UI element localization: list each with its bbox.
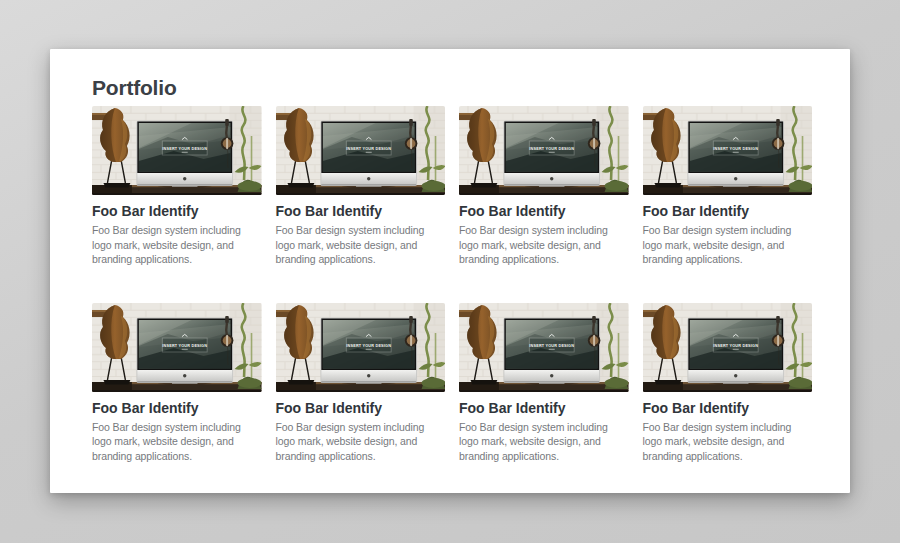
portfolio-thumbnail[interactable]: INSERT YOUR DESIGN bbox=[643, 106, 813, 195]
portfolio-item: INSERT YOUR DESIGN bbox=[276, 303, 446, 464]
portfolio-item: INSERT YOUR DESIGN bbox=[459, 106, 629, 267]
portfolio-item-description: Foo Bar design system including logo mar… bbox=[92, 420, 262, 464]
screen-placeholder-text: INSERT YOUR DESIGN bbox=[162, 147, 207, 151]
portfolio-item-title: Foo Bar Identify bbox=[276, 203, 446, 220]
portfolio-item: INSERT YOUR DESIGN bbox=[92, 303, 262, 464]
imac-desk-mockup-image: INSERT YOUR DESIGN bbox=[459, 106, 629, 195]
desktop-background: Portfolio bbox=[0, 49, 900, 493]
imac-computer: INSERT YOUR DESIGN bbox=[687, 317, 784, 384]
imac-desk-mockup-image: INSERT YOUR DESIGN bbox=[276, 106, 446, 195]
imac-computer: INSERT YOUR DESIGN bbox=[136, 317, 233, 384]
imac-desk-mockup-image: INSERT YOUR DESIGN bbox=[643, 106, 813, 195]
imac-computer: INSERT YOUR DESIGN bbox=[503, 317, 600, 384]
portfolio-item-title: Foo Bar Identify bbox=[92, 400, 262, 417]
portfolio-item: INSERT YOUR DESIGN bbox=[459, 303, 629, 464]
imac-computer: INSERT YOUR DESIGN bbox=[136, 121, 233, 188]
portfolio-thumbnail[interactable]: INSERT YOUR DESIGN bbox=[643, 303, 813, 392]
portfolio-card: Portfolio bbox=[50, 49, 850, 493]
screen-placeholder-text: INSERT YOUR DESIGN bbox=[529, 343, 574, 347]
imac-computer: INSERT YOUR DESIGN bbox=[503, 121, 600, 188]
portfolio-item-description: Foo Bar design system including logo mar… bbox=[92, 223, 262, 267]
screen-placeholder-text: INSERT YOUR DESIGN bbox=[713, 147, 758, 151]
imac-computer: INSERT YOUR DESIGN bbox=[320, 317, 417, 384]
portfolio-thumbnail[interactable]: INSERT YOUR DESIGN bbox=[92, 303, 262, 392]
portfolio-thumbnail[interactable]: INSERT YOUR DESIGN bbox=[459, 106, 629, 195]
portfolio-item-description: Foo Bar design system including logo mar… bbox=[276, 223, 446, 267]
imac-desk-mockup-image: INSERT YOUR DESIGN bbox=[92, 106, 262, 195]
imac-computer: INSERT YOUR DESIGN bbox=[320, 121, 417, 188]
imac-desk-mockup-image: INSERT YOUR DESIGN bbox=[643, 303, 813, 392]
screen-placeholder-text: INSERT YOUR DESIGN bbox=[162, 343, 207, 347]
screen-placeholder-text: INSERT YOUR DESIGN bbox=[346, 147, 391, 151]
portfolio-item-title: Foo Bar Identify bbox=[459, 400, 629, 417]
portfolio-item-title: Foo Bar Identify bbox=[459, 203, 629, 220]
imac-desk-mockup-image: INSERT YOUR DESIGN bbox=[92, 303, 262, 392]
screen-placeholder-text: INSERT YOUR DESIGN bbox=[346, 343, 391, 347]
portfolio-thumbnail[interactable]: INSERT YOUR DESIGN bbox=[276, 106, 446, 195]
portfolio-item-title: Foo Bar Identify bbox=[92, 203, 262, 220]
portfolio-item-title: Foo Bar Identify bbox=[276, 400, 446, 417]
portfolio-thumbnail[interactable]: INSERT YOUR DESIGN bbox=[92, 106, 262, 195]
portfolio-item-title: Foo Bar Identify bbox=[643, 400, 813, 417]
screen-placeholder-text: INSERT YOUR DESIGN bbox=[529, 147, 574, 151]
portfolio-item-description: Foo Bar design system including logo mar… bbox=[459, 420, 629, 464]
apple-logo-icon bbox=[367, 374, 370, 377]
portfolio-item-title: Foo Bar Identify bbox=[643, 203, 813, 220]
portfolio-grid: INSERT YOUR DESIGN bbox=[92, 106, 812, 463]
imac-desk-mockup-image: INSERT YOUR DESIGN bbox=[459, 303, 629, 392]
apple-logo-icon bbox=[734, 177, 737, 180]
portfolio-item-description: Foo Bar design system including logo mar… bbox=[643, 420, 813, 464]
portfolio-item-description: Foo Bar design system including logo mar… bbox=[643, 223, 813, 267]
portfolio-item: INSERT YOUR DESIGN bbox=[643, 106, 813, 267]
apple-logo-icon bbox=[550, 177, 553, 180]
screen-placeholder-text: INSERT YOUR DESIGN bbox=[713, 343, 758, 347]
apple-logo-icon bbox=[734, 374, 737, 377]
portfolio-item-description: Foo Bar design system including logo mar… bbox=[459, 223, 629, 267]
portfolio-item: INSERT YOUR DESIGN bbox=[276, 106, 446, 267]
portfolio-thumbnail[interactable]: INSERT YOUR DESIGN bbox=[276, 303, 446, 392]
portfolio-item: INSERT YOUR DESIGN bbox=[643, 303, 813, 464]
imac-computer: INSERT YOUR DESIGN bbox=[687, 121, 784, 188]
imac-desk-mockup-image: INSERT YOUR DESIGN bbox=[276, 303, 446, 392]
portfolio-item: INSERT YOUR DESIGN bbox=[92, 106, 262, 267]
apple-logo-icon bbox=[367, 177, 370, 180]
apple-logo-icon bbox=[183, 177, 186, 180]
apple-logo-icon bbox=[183, 374, 186, 377]
page-title: Portfolio bbox=[92, 75, 812, 101]
portfolio-thumbnail[interactable]: INSERT YOUR DESIGN bbox=[459, 303, 629, 392]
portfolio-item-description: Foo Bar design system including logo mar… bbox=[276, 420, 446, 464]
apple-logo-icon bbox=[550, 374, 553, 377]
